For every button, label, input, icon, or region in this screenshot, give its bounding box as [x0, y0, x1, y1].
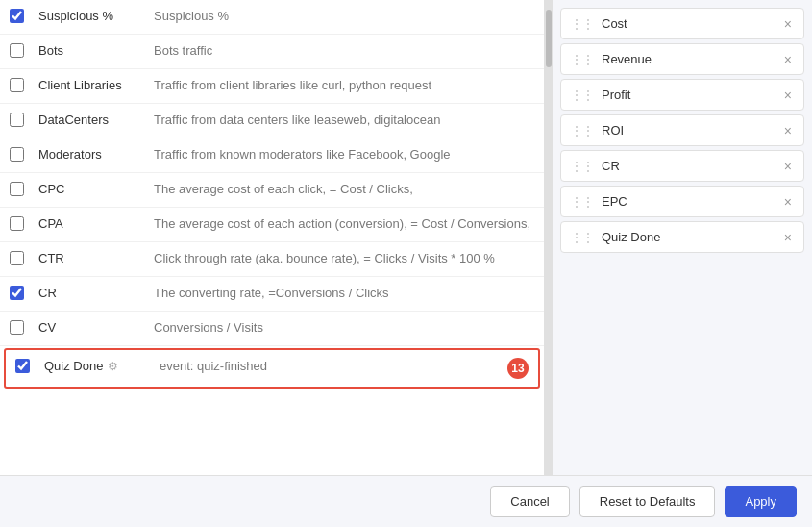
remove-button-quiz-done[interactable]: ×	[782, 231, 794, 244]
metric-desc-ctr: Click through rate (aka. bounce rate), =…	[154, 250, 534, 267]
metric-row-client-libraries: Client LibrariesTraffic from client libr…	[0, 69, 544, 104]
right-item-label-profit: Profit	[602, 88, 775, 102]
metric-row-quiz-done: Quiz Done⚙event: quiz-finished13	[4, 348, 540, 389]
gear-icon[interactable]: ⚙	[108, 360, 118, 373]
metric-name-suspicious: Suspicious %	[38, 8, 144, 23]
metric-name-cpc: CPC	[38, 181, 144, 196]
right-item-label-cost: Cost	[602, 16, 775, 31]
cancel-button[interactable]: Cancel	[490, 486, 569, 517]
drag-handle-icon[interactable]: ⋮⋮	[571, 160, 594, 173]
checkbox-cpa[interactable]	[10, 215, 29, 231]
metric-row-cpa: CPAThe average cost of each action (conv…	[0, 208, 544, 242]
right-item-revenue[interactable]: ⋮⋮Revenue×	[560, 43, 804, 75]
metric-desc-cpc: The average cost of each click, = Cost /…	[154, 181, 534, 198]
metric-name-ctr: CTR	[38, 250, 144, 265]
metric-name-moderators: Moderators	[38, 146, 144, 162]
checkbox-quiz-done[interactable]	[15, 358, 35, 373]
apply-button[interactable]: Apply	[725, 486, 797, 517]
drag-handle-icon[interactable]: ⋮⋮	[571, 88, 594, 102]
drag-handle-icon[interactable]: ⋮⋮	[571, 17, 594, 31]
remove-button-profit[interactable]: ×	[782, 88, 794, 102]
badge-13: 13	[507, 358, 529, 379]
metric-desc-cv: Conversions / Visits	[154, 319, 534, 337]
metric-row-cv: CVConversions / Visits	[0, 312, 544, 346]
remove-button-epc[interactable]: ×	[782, 195, 794, 209]
metric-row-suspicious: Suspicious %Suspicious %	[0, 0, 544, 35]
checkbox-cr[interactable]	[10, 285, 29, 300]
right-item-epc[interactable]: ⋮⋮EPC×	[560, 186, 804, 217]
checkbox-input-cpa[interactable]	[10, 216, 24, 231]
checkbox-client-libraries[interactable]	[10, 77, 29, 92]
metric-desc-suspicious: Suspicious %	[154, 8, 534, 25]
right-item-cr[interactable]: ⋮⋮CR×	[560, 150, 804, 182]
checkbox-cv[interactable]	[10, 319, 29, 335]
remove-button-revenue[interactable]: ×	[782, 53, 794, 66]
checkbox-input-cv[interactable]	[10, 320, 24, 335]
right-item-label-roi: ROI	[602, 123, 775, 138]
metric-row-datacenters: DataCentersTraffic from data centers lik…	[0, 104, 544, 138]
drag-handle-icon[interactable]: ⋮⋮	[571, 195, 594, 209]
remove-button-cr[interactable]: ×	[782, 160, 794, 173]
checkbox-input-moderators[interactable]	[10, 147, 24, 162]
right-item-roi[interactable]: ⋮⋮ROI×	[560, 114, 804, 146]
right-item-profit[interactable]: ⋮⋮Profit×	[560, 79, 804, 111]
right-item-label-cr: CR	[602, 159, 775, 173]
metric-name-bots: Bots	[38, 42, 144, 58]
right-item-quiz-done[interactable]: ⋮⋮Quiz Done×	[560, 221, 804, 253]
reset-defaults-button[interactable]: Reset to Defaults	[579, 486, 716, 517]
scrollbar[interactable]	[545, 0, 553, 475]
metric-name-cr: CR	[38, 285, 144, 300]
drag-handle-icon[interactable]: ⋮⋮	[571, 124, 594, 138]
checkbox-datacenters[interactable]	[10, 112, 29, 127]
checkbox-input-cpc[interactable]	[10, 182, 24, 196]
selected-metrics-list: ⋮⋮Cost×⋮⋮Revenue×⋮⋮Profit×⋮⋮ROI×⋮⋮CR×⋮⋮E…	[553, 0, 812, 475]
metrics-list: Suspicious %Suspicious %BotsBots traffic…	[0, 0, 545, 475]
metric-desc-datacenters: Traffic from data centers like leaseweb,…	[154, 112, 534, 129]
metric-desc-moderators: Traffic from known moderators like Faceb…	[154, 146, 534, 163]
metric-name-cv: CV	[38, 319, 144, 335]
checkbox-ctr[interactable]	[10, 250, 29, 265]
checkbox-input-cr[interactable]	[10, 286, 24, 300]
right-item-label-revenue: Revenue	[602, 52, 775, 66]
checkbox-input-datacenters[interactable]	[10, 113, 24, 127]
right-item-label-quiz-done: Quiz Done	[602, 230, 775, 244]
checkbox-input-suspicious[interactable]	[10, 9, 24, 23]
metric-row-ctr: CTRClick through rate (aka. bounce rate)…	[0, 242, 544, 277]
checkbox-cpc[interactable]	[10, 181, 29, 196]
metric-row-bots: BotsBots traffic	[0, 35, 544, 69]
checkbox-bots[interactable]	[10, 42, 29, 58]
metric-desc-quiz-done: event: quiz-finished	[160, 358, 492, 375]
metric-row-moderators: ModeratorsTraffic from known moderators …	[0, 138, 544, 173]
metric-desc-cpa: The average cost of each action (convers…	[154, 215, 534, 233]
checkbox-input-bots[interactable]	[10, 43, 24, 58]
metric-name-quiz-done: Quiz Done⚙	[44, 358, 150, 373]
metric-name-client-libraries: Client Libraries	[38, 77, 144, 92]
checkbox-input-ctr[interactable]	[10, 251, 24, 265]
metric-row-cpc: CPCThe average cost of each click, = Cos…	[0, 173, 544, 208]
checkbox-suspicious[interactable]	[10, 8, 29, 23]
checkbox-input-quiz-done[interactable]	[15, 359, 30, 373]
remove-button-roi[interactable]: ×	[782, 124, 794, 138]
footer: Cancel Reset to Defaults Apply	[0, 475, 812, 527]
metric-name-datacenters: DataCenters	[38, 112, 144, 127]
metric-desc-client-libraries: Traffic from client libraries like curl,…	[154, 77, 534, 94]
metric-row-cr: CRThe converting rate, =Conversions / Cl…	[0, 277, 544, 312]
metric-name-cpa: CPA	[38, 215, 144, 231]
checkbox-input-client-libraries[interactable]	[10, 78, 24, 92]
metric-desc-bots: Bots traffic	[154, 42, 534, 60]
right-item-cost[interactable]: ⋮⋮Cost×	[560, 8, 804, 39]
drag-handle-icon[interactable]: ⋮⋮	[571, 231, 594, 244]
checkbox-moderators[interactable]	[10, 146, 29, 162]
metric-desc-cr: The converting rate, =Conversions / Clic…	[154, 285, 534, 302]
drag-handle-icon[interactable]: ⋮⋮	[571, 53, 594, 66]
right-item-label-epc: EPC	[602, 194, 775, 209]
remove-button-cost[interactable]: ×	[782, 17, 794, 31]
